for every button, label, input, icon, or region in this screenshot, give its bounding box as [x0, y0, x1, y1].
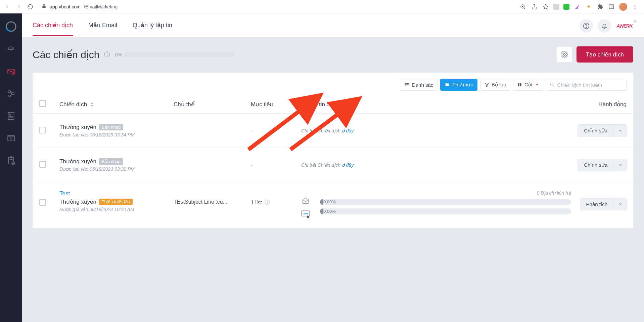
url-host: app.vbout.com: [50, 4, 81, 9]
extension-4-icon[interactable]: [585, 3, 592, 10]
lock-icon: [42, 4, 46, 9]
profile-avatar[interactable]: [619, 3, 627, 11]
svg-point-10: [635, 6, 636, 7]
extension-3-icon[interactable]: [573, 3, 581, 10]
browser-chrome: app.vbout.com/EmailMarketing: [0, 0, 644, 13]
svg-marker-6: [587, 5, 591, 9]
svg-point-11: [635, 8, 636, 9]
share-icon[interactable]: [531, 3, 538, 10]
star-icon[interactable]: [542, 3, 549, 10]
extensions-icon[interactable]: [596, 3, 604, 10]
browser-actions: [519, 3, 641, 11]
address-bar[interactable]: app.vbout.com/EmailMarketing: [42, 4, 118, 9]
extension-1-icon[interactable]: [553, 4, 559, 10]
sidepanel-icon[interactable]: [608, 3, 615, 10]
reload-button[interactable]: [26, 2, 35, 11]
chrome-menu-icon[interactable]: [631, 3, 639, 10]
svg-rect-7: [609, 5, 614, 9]
extension-2-icon[interactable]: [563, 4, 569, 10]
svg-point-9: [635, 5, 636, 6]
back-button[interactable]: [3, 2, 12, 11]
zoom-icon[interactable]: [519, 3, 526, 10]
svg-marker-5: [543, 4, 548, 9]
svg-line-3: [524, 8, 525, 9]
forward-button[interactable]: [14, 2, 24, 11]
url-path: /EmailMarketing: [84, 4, 118, 9]
